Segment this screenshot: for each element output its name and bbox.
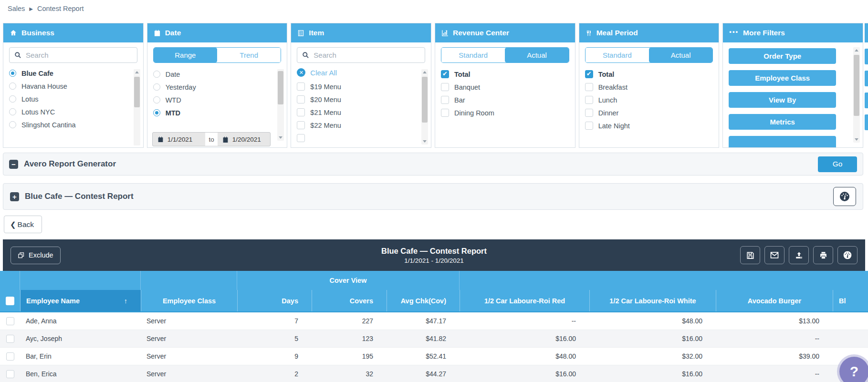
meal-option[interactable]: Breakfast xyxy=(585,81,713,93)
back-button[interactable]: ❮ Back xyxy=(4,216,42,233)
email-button[interactable] xyxy=(764,246,784,264)
print-button[interactable] xyxy=(813,246,833,264)
business-option[interactable]: Lotus NYC xyxy=(9,105,127,118)
order-type-button[interactable]: Order Type xyxy=(729,48,836,64)
date-end-field[interactable]: 1/20/2021 xyxy=(218,136,271,143)
help-button[interactable]: ? xyxy=(839,357,868,382)
add-to-dashboard-button[interactable] xyxy=(833,187,856,206)
checkbox-icon[interactable] xyxy=(585,83,593,91)
column-employee-name[interactable]: Employee Name ↑ xyxy=(20,290,141,311)
row-checkbox[interactable] xyxy=(6,352,14,361)
business-option[interactable]: Lotus xyxy=(9,93,127,105)
item-option[interactable]: $21 Menu xyxy=(297,106,415,119)
date-option[interactable]: Yesterday xyxy=(153,81,271,93)
breadcrumb-section[interactable]: Sales xyxy=(8,5,25,12)
item-option[interactable]: $20 Menu xyxy=(297,93,415,106)
save-button[interactable] xyxy=(740,246,760,264)
column-laboure-roi-white[interactable]: 1/2 Car Laboure-Roi White xyxy=(589,290,716,311)
radio-icon[interactable] xyxy=(9,83,16,90)
date-start-field[interactable]: 1/1/2021 xyxy=(153,136,206,143)
toggle-trend[interactable]: Trend xyxy=(217,48,281,62)
revenue-option[interactable]: Banquet xyxy=(441,81,569,93)
cell-avg-chk: $44.27 xyxy=(387,365,460,382)
metrics-button[interactable]: Metrics xyxy=(729,114,836,130)
employee-class-button[interactable]: Employee Class xyxy=(729,70,836,86)
radio-icon[interactable] xyxy=(153,96,160,103)
report-generator-title: Avero Report Generator xyxy=(24,159,116,169)
checkbox-icon[interactable] xyxy=(585,109,593,117)
checkbox-checked-icon[interactable] xyxy=(585,70,593,78)
meal-option[interactable]: Total xyxy=(585,68,713,81)
row-checkbox[interactable] xyxy=(6,335,14,343)
toggle-standard[interactable]: Standard xyxy=(586,48,649,62)
toggle-standard[interactable]: Standard xyxy=(441,48,505,62)
column-avocado-burger[interactable]: Avocado Burger xyxy=(716,290,833,311)
meal-option[interactable]: Late Night xyxy=(585,119,713,132)
revenue-option[interactable]: Dining Room xyxy=(441,106,569,119)
clipped-filter-button[interactable] xyxy=(729,136,836,148)
cell-employee-class: Server xyxy=(141,330,237,347)
column-avg-chk[interactable]: Avg Chk(Cov) xyxy=(387,290,460,311)
item-option[interactable]: $19 Menu xyxy=(297,80,415,93)
date-option[interactable]: Date xyxy=(153,68,271,81)
checkbox-checked-icon[interactable] xyxy=(441,70,449,78)
column-days[interactable]: Days xyxy=(237,290,312,311)
date-scrollbar[interactable] xyxy=(277,69,284,141)
dashboard-button[interactable] xyxy=(837,246,858,264)
column-clipped[interactable]: Bl xyxy=(833,290,868,311)
checkbox-icon[interactable] xyxy=(441,109,449,117)
radio-icon[interactable] xyxy=(9,108,16,115)
collapse-icon[interactable]: − xyxy=(9,160,18,169)
revenue-option[interactable]: Bar xyxy=(441,93,569,106)
checkbox-icon[interactable] xyxy=(297,121,305,129)
business-option[interactable]: Blue Cafe xyxy=(9,67,127,80)
panel-meal-period-header: Meal Period xyxy=(579,23,719,42)
item-option-clipped[interactable] xyxy=(297,132,415,145)
item-option[interactable]: $22 Menu xyxy=(297,119,415,132)
column-employee-class[interactable]: Employee Class xyxy=(141,290,237,311)
item-search-input[interactable] xyxy=(314,51,425,59)
column-laboure-roi-red[interactable]: 1/2 Car Laboure-Roi Red xyxy=(460,290,589,311)
revenue-option[interactable]: Total xyxy=(441,68,569,81)
checkbox-icon[interactable] xyxy=(297,95,305,103)
exclude-button[interactable]: Exclude xyxy=(10,247,61,264)
cell-avocado: $39.00 xyxy=(716,348,833,365)
checkbox-icon[interactable] xyxy=(441,83,449,91)
select-all-checkbox[interactable] xyxy=(6,297,14,305)
radio-on-icon[interactable] xyxy=(9,70,16,77)
more-filters-scrollbar[interactable] xyxy=(853,47,860,143)
item-clear-all[interactable]: ✕ Clear All xyxy=(297,66,425,79)
radio-icon[interactable] xyxy=(9,95,16,103)
checkbox-icon[interactable] xyxy=(441,96,449,104)
sort-ascending-icon[interactable]: ↑ xyxy=(124,297,127,305)
business-search-input[interactable] xyxy=(26,51,137,59)
checkbox-icon[interactable] xyxy=(585,122,593,130)
meal-option[interactable]: Lunch xyxy=(585,93,713,106)
business-option[interactable]: Slingshot Cantina xyxy=(9,118,127,131)
go-button[interactable]: Go xyxy=(818,156,857,172)
toggle-actual[interactable]: Actual xyxy=(649,48,712,62)
date-option[interactable]: MTD xyxy=(153,106,271,119)
cell-employee-name: Bar, Erin xyxy=(20,348,141,365)
view-by-button[interactable]: View By xyxy=(729,92,836,108)
toggle-actual[interactable]: Actual xyxy=(505,48,568,62)
date-option[interactable]: WTD xyxy=(153,93,271,106)
checkbox-icon[interactable] xyxy=(585,96,593,104)
radio-on-icon[interactable] xyxy=(153,109,160,116)
business-option[interactable]: Havana House xyxy=(9,80,127,93)
item-scrollbar[interactable] xyxy=(421,69,428,145)
export-button[interactable] xyxy=(789,246,809,264)
radio-icon[interactable] xyxy=(153,71,160,78)
radio-icon[interactable] xyxy=(9,121,16,128)
row-checkbox[interactable] xyxy=(6,370,14,378)
checkbox-icon[interactable] xyxy=(297,134,305,142)
business-scrollbar[interactable] xyxy=(134,69,140,145)
expand-icon[interactable]: + xyxy=(10,192,19,201)
meal-option[interactable]: Dinner xyxy=(585,106,713,119)
toggle-range[interactable]: Range xyxy=(154,48,217,62)
column-covers[interactable]: Covers xyxy=(312,290,387,311)
row-checkbox[interactable] xyxy=(6,317,14,325)
radio-icon[interactable] xyxy=(153,83,160,91)
checkbox-icon[interactable] xyxy=(297,83,305,91)
checkbox-icon[interactable] xyxy=(297,108,305,116)
